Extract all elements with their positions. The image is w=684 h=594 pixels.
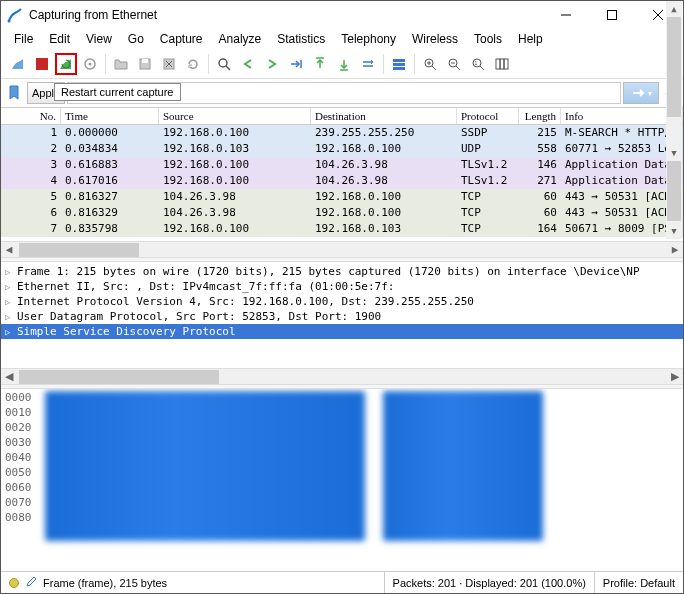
svg-point-0	[8, 20, 11, 23]
next-packet-button[interactable]	[261, 53, 283, 75]
svg-point-13	[219, 59, 227, 67]
expert-info-icon[interactable]	[9, 578, 19, 588]
goto-packet-button[interactable]	[285, 53, 307, 75]
svg-line-29	[480, 66, 484, 70]
zoom-reset-button[interactable]: 1	[467, 53, 489, 75]
packet-row[interactable]: 40.617016192.168.0.100104.26.3.98TLSv1.2…	[1, 173, 683, 189]
app-icon	[7, 7, 23, 23]
menubar: FileEditViewGoCaptureAnalyzeStatisticsTe…	[1, 29, 683, 49]
packet-list-pane: No. Time Source Destination Protocol Len…	[1, 107, 683, 257]
window-title: Capturing from Ethernet	[29, 8, 543, 22]
menu-wireless[interactable]: Wireless	[405, 30, 465, 48]
svg-rect-19	[393, 63, 405, 66]
packet-row[interactable]: 20.034834192.168.0.103192.168.0.100UDP55…	[1, 141, 683, 157]
menu-tools[interactable]: Tools	[467, 30, 509, 48]
column-time[interactable]: Time	[61, 108, 159, 124]
column-source[interactable]: Source	[159, 108, 311, 124]
svg-line-26	[456, 66, 460, 70]
svg-text:1: 1	[475, 60, 478, 66]
bookmark-icon[interactable]	[7, 85, 23, 101]
menu-telephony[interactable]: Telephony	[334, 30, 403, 48]
expression-button[interactable]: ▾	[623, 82, 659, 104]
svg-line-22	[432, 66, 436, 70]
packet-bytes-pane[interactable]: 000000100020003000400050006000700080 ▲▼	[1, 389, 683, 553]
details-hscroll[interactable]: ◀▶	[1, 368, 683, 384]
column-no[interactable]: No.	[1, 108, 61, 124]
shark-fin-icon[interactable]	[7, 53, 29, 75]
prev-packet-button[interactable]	[237, 53, 259, 75]
close-file-button[interactable]	[158, 53, 180, 75]
status-frame-text: Frame (frame), 215 bytes	[43, 577, 167, 589]
statusbar: Frame (frame), 215 bytes Packets: 201 · …	[1, 571, 683, 593]
column-info[interactable]: Info	[561, 108, 683, 124]
packet-list-hscroll[interactable]: ◀▶	[1, 241, 683, 257]
menu-statistics[interactable]: Statistics	[270, 30, 332, 48]
detail-ip[interactable]: ▷Internet Protocol Version 4, Src: 192.1…	[1, 294, 683, 309]
open-file-button[interactable]	[110, 53, 132, 75]
column-protocol[interactable]: Protocol	[457, 108, 519, 124]
packet-rows[interactable]: 10.000000192.168.0.100239.255.255.250SSD…	[1, 125, 683, 237]
hex-bytes-area	[45, 391, 365, 541]
menu-go[interactable]: Go	[121, 30, 151, 48]
resize-columns-button[interactable]	[491, 53, 513, 75]
goto-last-button[interactable]	[333, 53, 355, 75]
status-profile[interactable]: Profile: Default	[594, 572, 683, 593]
zoom-out-button[interactable]	[443, 53, 465, 75]
capture-options-button[interactable]	[79, 53, 101, 75]
status-packets: Packets: 201 · Displayed: 201 (100.0%)	[384, 572, 594, 593]
colorize-button[interactable]	[388, 53, 410, 75]
restart-tooltip: Restart current capture	[54, 83, 181, 101]
find-button[interactable]	[213, 53, 235, 75]
svg-rect-5	[36, 58, 48, 70]
reload-button[interactable]	[182, 53, 204, 75]
main-toolbar: 1	[1, 49, 683, 79]
minimize-button[interactable]	[543, 1, 589, 29]
goto-first-button[interactable]	[309, 53, 331, 75]
svg-point-7	[89, 62, 92, 65]
column-length[interactable]: Length	[519, 108, 561, 124]
zoom-in-button[interactable]	[419, 53, 441, 75]
svg-rect-31	[496, 59, 500, 69]
edit-icon[interactable]	[25, 576, 37, 590]
svg-line-14	[226, 66, 230, 70]
titlebar: Capturing from Ethernet	[1, 1, 683, 29]
svg-rect-20	[393, 67, 405, 70]
packet-row[interactable]: 70.835798192.168.0.100192.168.0.103TCP16…	[1, 221, 683, 237]
detail-ssdp[interactable]: ▷Simple Service Discovery Protocol	[1, 324, 683, 339]
menu-file[interactable]: File	[7, 30, 40, 48]
packet-list-header: No. Time Source Destination Protocol Len…	[1, 107, 683, 125]
save-file-button[interactable]	[134, 53, 156, 75]
svg-rect-2	[608, 11, 617, 20]
hex-ascii-area	[383, 391, 543, 541]
packet-details-pane[interactable]: ▷Frame 1: 215 bytes on wire (1720 bits),…	[1, 262, 683, 368]
hex-offsets: 000000100020003000400050006000700080	[1, 389, 41, 553]
svg-rect-9	[142, 59, 148, 63]
svg-rect-32	[500, 59, 504, 69]
detail-udp[interactable]: ▷User Datagram Protocol, Src Port: 52853…	[1, 309, 683, 324]
detail-ethernet[interactable]: ▷Ethernet II, Src: , Dst: IPv4mcast_7f:f…	[1, 279, 683, 294]
restart-capture-button[interactable]	[55, 53, 77, 75]
maximize-button[interactable]	[589, 1, 635, 29]
menu-view[interactable]: View	[79, 30, 119, 48]
packet-row[interactable]: 30.616883192.168.0.100104.26.3.98TLSv1.2…	[1, 157, 683, 173]
svg-rect-33	[504, 59, 508, 69]
stop-capture-button[interactable]	[31, 53, 53, 75]
packet-row[interactable]: 10.000000192.168.0.100239.255.255.250SSD…	[1, 125, 683, 141]
menu-capture[interactable]: Capture	[153, 30, 210, 48]
svg-rect-18	[393, 59, 405, 62]
menu-analyze[interactable]: Analyze	[212, 30, 269, 48]
detail-frame[interactable]: ▷Frame 1: 215 bytes on wire (1720 bits),…	[1, 264, 683, 279]
column-destination[interactable]: Destination	[311, 108, 457, 124]
menu-help[interactable]: Help	[511, 30, 550, 48]
packet-row[interactable]: 60.816329104.26.3.98192.168.0.100TCP6044…	[1, 205, 683, 221]
packet-row[interactable]: 50.816327104.26.3.98192.168.0.100TCP6044…	[1, 189, 683, 205]
filter-toolbar: Apply Restart current capture ▾ +	[1, 79, 683, 107]
menu-edit[interactable]: Edit	[42, 30, 77, 48]
auto-scroll-button[interactable]	[357, 53, 379, 75]
